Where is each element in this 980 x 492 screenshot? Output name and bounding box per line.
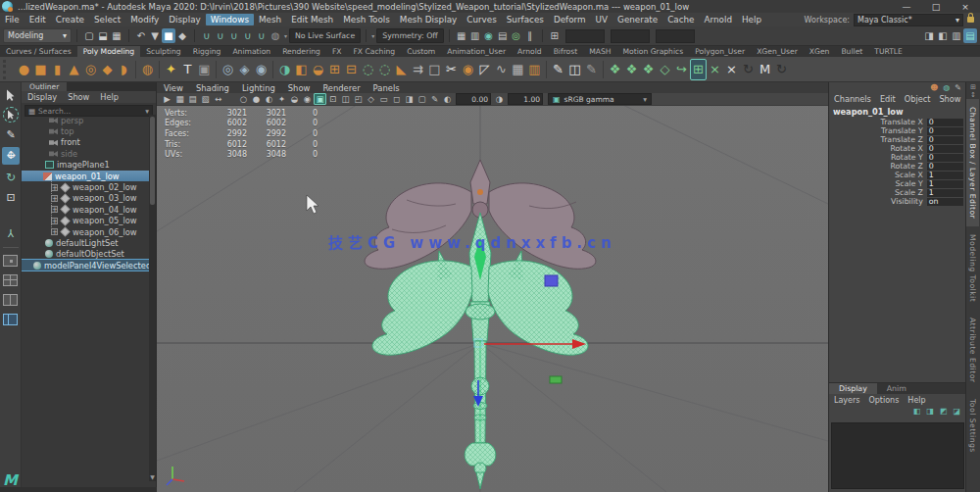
outliner-menu-item[interactable]: Display [27,92,57,102]
menu-item[interactable]: Modify [125,14,164,25]
scrollbar-thumb[interactable] [150,117,155,205]
exposure-field[interactable]: 0.00 [456,93,491,105]
outliner-item[interactable]: defaultObjectSet [22,249,149,260]
shelf-grip[interactable] [3,60,14,79]
quick-input-icon[interactable]: ⊞ [548,28,562,43]
channel-label[interactable]: Scale Y [829,179,927,188]
outliner-item[interactable]: modelPanel4ViewSelectedSet [22,260,149,271]
expand-icon[interactable]: + [51,184,58,191]
shelf-tab[interactable]: XGen [804,46,836,57]
shelf-icon[interactable] [213,59,220,80]
channel-label[interactable]: Rotate X [829,144,927,153]
shelf-tab[interactable]: Motion Graphics [616,46,689,57]
multi-cut-icon[interactable]: ✂ [443,59,460,80]
menu-item[interactable]: Deform [549,14,591,25]
viewport-menu-item[interactable]: Panels [373,83,400,93]
shelf-tab[interactable]: FX Caching [347,46,401,57]
outliner-item[interactable]: side [22,148,149,159]
cut-green-icon[interactable]: × [707,59,723,80]
sidebar-pin-icon[interactable]: ⊞↕ [966,82,980,99]
outliner-item[interactable]: top [22,125,149,136]
pause-icon[interactable]: ∥ [523,28,537,43]
view-transform-dropdown[interactable]: ▣ sRGB gamma ▾ [548,93,652,105]
layer-editor-tab[interactable]: Display [829,383,877,394]
layer-list[interactable] [831,422,964,489]
selected-object-name[interactable]: weapon_01_low [833,107,904,117]
menu-item[interactable]: Edit Mesh [286,14,338,25]
shelf-tab[interactable]: XGen_User [751,46,804,57]
ik-handle-tool[interactable]: Y [2,223,20,241]
outliner-item[interactable]: front [22,137,149,148]
select-tool[interactable] [2,86,20,104]
poly-cone-icon[interactable]: ▲ [66,59,82,80]
expand-icon[interactable]: + [51,206,58,213]
delete-edge-icon[interactable]: × [723,59,740,80]
circularize-icon[interactable]: ◉ [460,59,476,80]
gamma-field[interactable]: 1.00 [508,93,543,105]
select-component-icon[interactable]: ◆ [175,28,189,43]
shelf-tab[interactable]: Bullet [835,46,868,57]
scroll-down-icon[interactable]: ▼ [149,473,156,481]
layout-outliner-persp-button[interactable] [3,314,18,325]
textured-mode-icon[interactable]: ▣ [314,93,326,105]
select-hierarchy-icon[interactable]: ▼ [148,28,162,43]
shelf-tab[interactable]: Animation [226,46,276,57]
boolean-difference-icon[interactable]: ⊟ [343,59,360,80]
poly-cube-icon[interactable]: ■ [32,59,49,80]
symmetry-field[interactable]: Symmetry: Off [376,28,443,43]
camera-aim-icon[interactable]: ◎ [220,59,236,80]
isolate-select-icon[interactable]: ⊡ [326,93,339,105]
menu-item[interactable]: Curves [462,14,502,25]
channel-label[interactable]: Translate Y [829,126,927,135]
textured-icon[interactable]: ◐ [263,93,275,105]
target-weld-icon[interactable]: ↻ [740,59,757,80]
outliner-item[interactable]: + weapon_02_low [22,181,149,192]
render-settings-icon[interactable]: ◉ [482,28,496,43]
menu-item[interactable]: Cache [662,14,699,25]
launch-render-view-icon[interactable]: ◎ [510,28,523,43]
channel-value[interactable]: 0 [927,127,963,135]
menu-item[interactable]: Help [737,14,766,25]
green-cube-icon[interactable]: ◇ [657,59,673,80]
display-layers-icon[interactable]: ▤ [496,28,510,43]
shelf-tab[interactable]: Polygon_User [689,46,751,57]
layer-new-selected-icon[interactable]: ◪ [953,407,960,416]
channel-label[interactable]: Rotate Y [829,153,927,162]
shelf-tab[interactable]: MASH [583,46,616,57]
channel-label[interactable]: Visibility [829,197,927,206]
grease-pencil-icon[interactable]: ✎ [428,93,441,105]
menu-item[interactable]: Windows [206,14,254,25]
undo-icon[interactable]: ↶ [134,28,148,43]
channel-value[interactable]: on [927,198,963,206]
layer-selected-icon[interactable]: ◨ [926,407,934,416]
viewport-menu-item[interactable]: Renderer [322,83,360,93]
outliner-item[interactable]: imagePlane1 [22,160,149,171]
outliner-menu-item[interactable]: Show [68,92,89,102]
minimize-button[interactable]: — [892,2,921,12]
poly-disc-icon[interactable]: ◗ [116,59,132,80]
separate-icon[interactable]: ◧ [293,59,310,80]
viewport[interactable]: ViewShadingLightingShowRendererPanels ▶▦… [157,82,828,492]
shelf-icon[interactable] [543,59,550,80]
type-editor-icon[interactable]: ▣ [196,59,213,80]
poly-cylinder-icon[interactable]: ▮ [49,59,66,80]
coordinate-field-x[interactable] [565,29,605,43]
edge-flow-icon[interactable]: ∿ [493,59,510,80]
super-shape-icon[interactable]: ✦ [163,59,179,80]
poly-torus-icon[interactable]: ◎ [82,59,99,80]
menu-item[interactable]: Select [89,14,125,25]
channel-label[interactable]: Translate Z [829,135,927,144]
outliner-item[interactable]: + weapon_05_low [22,216,149,226]
poly-sphere-icon[interactable]: ● [16,59,32,80]
shelf-icon[interactable] [156,59,163,80]
grid-fill-icon[interactable]: ⊞ [690,59,707,80]
save-scene-icon[interactable]: ▦ [110,28,123,43]
shelf-tab[interactable]: FX [326,46,348,57]
channel-value[interactable]: 0 [927,136,963,144]
menu-item[interactable]: Edit [24,14,51,25]
channel-value[interactable]: 1 [927,180,963,188]
shelf-icon[interactable] [132,59,139,80]
wireframe-icon[interactable]: ○ [237,93,250,105]
channel-value[interactable]: 1 [927,189,963,197]
layer-new-icon[interactable]: ◩ [940,407,948,416]
